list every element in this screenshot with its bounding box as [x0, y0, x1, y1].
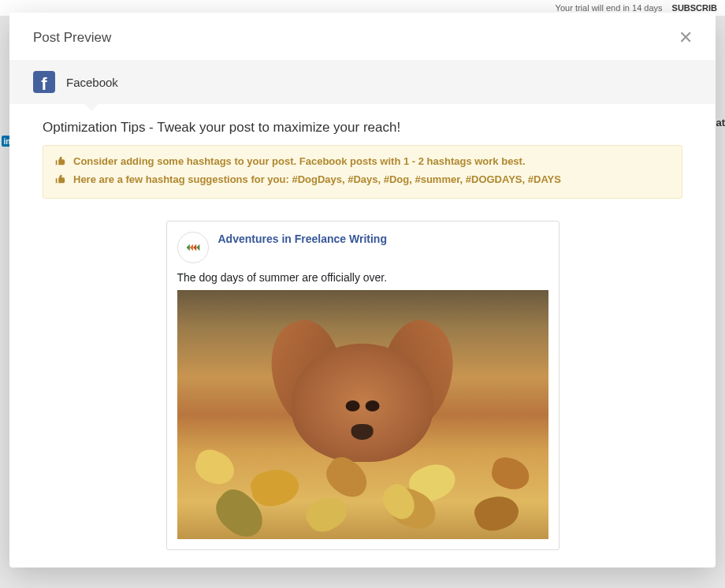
subscribe-link[interactable]: SUBSCRIB: [672, 3, 717, 13]
post-text: The dog days of summer are officially ov…: [177, 271, 548, 284]
tip-item: Here are a few hashtag suggestions for y…: [54, 172, 671, 190]
post-preview-card: Adventures in Freelance Writing The dog …: [166, 221, 560, 550]
thumbs-up-icon: [54, 173, 65, 190]
tip-text: Here are a few hashtag suggestions for y…: [73, 172, 561, 188]
tips-box: Consider adding some hashtags to your po…: [43, 145, 682, 199]
modal-title: Post Preview: [33, 30, 111, 46]
facebook-icon: f: [33, 71, 55, 93]
page-avatar: [177, 232, 209, 263]
post-image: [177, 290, 548, 539]
thumbs-up-icon: [54, 155, 65, 172]
page-name-link[interactable]: Adventures in Freelance Writing: [218, 232, 387, 245]
platform-name: Facebook: [66, 76, 118, 89]
card-header: Adventures in Freelance Writing: [177, 232, 548, 263]
content-area: Optimization Tips - Tweak your post to m…: [9, 104, 716, 574]
close-icon: ✕: [679, 28, 693, 48]
trial-text: Your trial will end in 14 days: [556, 3, 663, 13]
platform-tab-bar: f Facebook: [9, 60, 716, 104]
close-button[interactable]: ✕: [676, 28, 695, 47]
tip-item: Consider adding some hashtags to your po…: [54, 154, 671, 172]
post-preview-modal: Post Preview ✕ f Facebook Optimization T…: [9, 13, 716, 568]
optimization-heading: Optimization Tips - Tweak your post to m…: [43, 120, 682, 136]
tip-text: Consider adding some hashtags to your po…: [73, 154, 526, 170]
modal-header: Post Preview ✕: [9, 13, 716, 60]
